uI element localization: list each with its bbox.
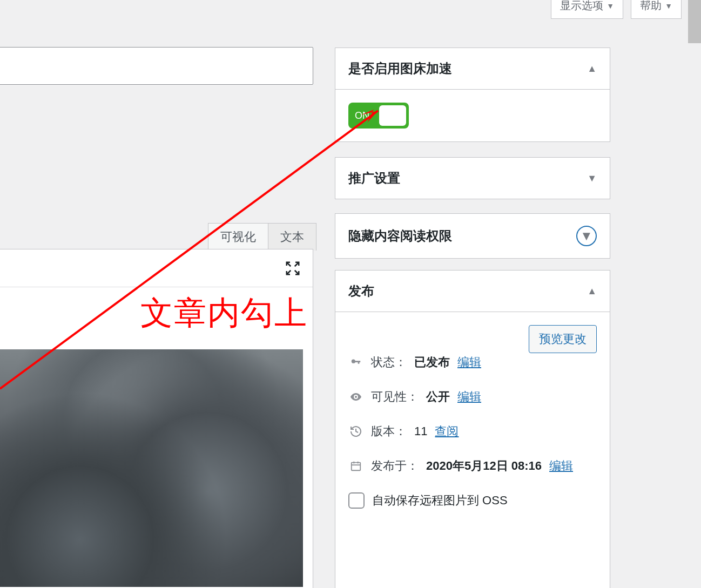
- visibility-value: 公开: [426, 389, 450, 405]
- panel-publish: 发布 ▲ 预览更改 状态： 已发布 编辑 可见性： 公开 编辑 版本： 11: [335, 270, 610, 588]
- revisions-value: 11: [414, 424, 427, 438]
- published-value: 2020年5月12日 08:16: [426, 458, 542, 474]
- post-title-input[interactable]: [0, 47, 313, 85]
- autosave-remote-checkbox[interactable]: [348, 492, 365, 509]
- panel-promo: 推广设置 ▼: [335, 157, 610, 199]
- scrollbar[interactable]: [688, 0, 701, 43]
- cdn-toggle[interactable]: ON: [348, 103, 409, 129]
- svg-rect-4: [352, 463, 361, 471]
- status-label: 状态：: [371, 354, 407, 370]
- history-icon: [348, 425, 363, 438]
- panel-collapse-icon[interactable]: ▲: [587, 286, 597, 297]
- panel-hidden-perm: 隐藏内容阅读权限 ▼: [335, 213, 610, 259]
- key-icon: [348, 356, 363, 368]
- chevron-down-icon: ▼: [606, 2, 614, 10]
- visibility-label: 可见性：: [371, 389, 419, 405]
- autosave-remote-label: 自动保存远程图片到 OSS: [372, 492, 508, 509]
- editor-toolbar: [0, 249, 313, 287]
- cdn-toggle-state: ON: [355, 110, 369, 121]
- revisions-label: 版本：: [371, 423, 407, 440]
- chevron-down-icon: ▼: [665, 2, 672, 10]
- eye-icon: [348, 390, 363, 403]
- screen-options-label: 显示选项: [560, 0, 603, 13]
- tab-visual[interactable]: 可视化: [208, 224, 268, 251]
- screen-options-button[interactable]: 显示选项 ▼: [551, 0, 623, 19]
- published-label: 发布于：: [371, 458, 419, 474]
- status-value: 已发布: [414, 354, 450, 370]
- panel-promo-title: 推广设置: [348, 170, 400, 187]
- help-button[interactable]: 帮助 ▼: [631, 0, 682, 19]
- panel-expand-circle-icon[interactable]: ▼: [576, 226, 597, 246]
- published-edit-link[interactable]: 编辑: [549, 458, 573, 474]
- panel-expand-icon[interactable]: ▼: [587, 173, 597, 184]
- status-edit-link[interactable]: 编辑: [457, 354, 481, 370]
- panel-collapse-icon[interactable]: ▲: [587, 63, 597, 75]
- editor-tabs: 可视化 文本: [208, 223, 316, 251]
- panel-hidden-perm-title: 隐藏内容阅读权限: [348, 227, 452, 245]
- fullscreen-icon[interactable]: [285, 260, 301, 276]
- toggle-knob: [379, 105, 406, 126]
- visibility-edit-link[interactable]: 编辑: [457, 389, 481, 405]
- help-label: 帮助: [640, 0, 662, 13]
- tab-text[interactable]: 文本: [268, 224, 316, 251]
- panel-publish-title: 发布: [348, 282, 374, 300]
- post-image: [0, 349, 303, 587]
- preview-changes-button[interactable]: 预览更改: [529, 325, 597, 353]
- calendar-icon: [348, 460, 363, 472]
- panel-cdn-accel: 是否启用图床加速 ▲ ON: [335, 48, 610, 142]
- revisions-browse-link[interactable]: 查阅: [435, 423, 459, 440]
- panel-cdn-title: 是否启用图床加速: [348, 60, 452, 77]
- annotation-text: 文章内勾上: [140, 292, 308, 335]
